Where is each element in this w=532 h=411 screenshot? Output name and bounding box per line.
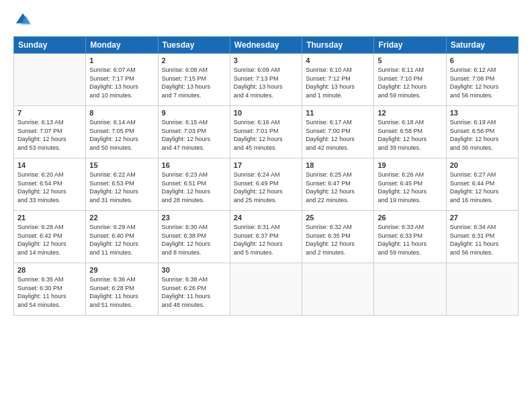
day-number: 26 <box>378 214 442 222</box>
day-info: Sunrise: 6:08 AM Sunset: 7:15 PM Dayligh… <box>162 66 226 99</box>
calendar-table: SundayMondayTuesdayWednesdayThursdayFrid… <box>13 36 519 316</box>
day-number: 24 <box>234 214 298 222</box>
day-number: 1 <box>89 56 154 64</box>
day-info: Sunrise: 6:36 AM Sunset: 6:28 PM Dayligh… <box>89 275 154 309</box>
day-number: 28 <box>17 266 82 274</box>
calendar-header-row: SundayMondayTuesdayWednesdayThursdayFrid… <box>14 37 519 54</box>
day-number: 14 <box>17 161 82 169</box>
day-number: 4 <box>306 56 370 64</box>
day-cell <box>14 54 86 106</box>
day-info: Sunrise: 6:32 AM Sunset: 6:35 PM Dayligh… <box>306 223 370 257</box>
day-info: Sunrise: 6:22 AM Sunset: 6:53 PM Dayligh… <box>89 171 154 204</box>
day-info: Sunrise: 6:17 AM Sunset: 7:00 PM Dayligh… <box>306 118 370 152</box>
col-header-friday: Friday <box>374 37 446 54</box>
day-cell: 11Sunrise: 6:17 AM Sunset: 7:00 PM Dayli… <box>302 106 374 158</box>
day-cell: 12Sunrise: 6:18 AM Sunset: 6:58 PM Dayli… <box>374 106 446 158</box>
day-cell <box>374 263 446 316</box>
day-cell: 8Sunrise: 6:14 AM Sunset: 7:05 PM Daylig… <box>86 106 158 158</box>
day-info: Sunrise: 6:15 AM Sunset: 7:03 PM Dayligh… <box>162 118 226 152</box>
day-info: Sunrise: 6:16 AM Sunset: 7:01 PM Dayligh… <box>234 118 298 152</box>
day-cell: 29Sunrise: 6:36 AM Sunset: 6:28 PM Dayli… <box>86 263 158 316</box>
day-cell: 10Sunrise: 6:16 AM Sunset: 7:01 PM Dayli… <box>230 106 302 158</box>
day-number: 21 <box>17 214 82 222</box>
day-number: 29 <box>89 266 154 274</box>
day-cell: 26Sunrise: 6:33 AM Sunset: 6:33 PM Dayli… <box>374 211 446 263</box>
day-cell: 15Sunrise: 6:22 AM Sunset: 6:53 PM Dayli… <box>86 158 158 211</box>
day-number: 17 <box>234 161 298 169</box>
day-cell <box>230 263 302 316</box>
day-cell: 3Sunrise: 6:09 AM Sunset: 7:13 PM Daylig… <box>230 54 302 106</box>
day-number: 10 <box>234 109 298 117</box>
week-row-5: 28Sunrise: 6:35 AM Sunset: 6:30 PM Dayli… <box>14 263 519 316</box>
header <box>13 11 519 30</box>
day-number: 30 <box>162 266 226 274</box>
day-info: Sunrise: 6:11 AM Sunset: 7:10 PM Dayligh… <box>378 66 442 99</box>
day-number: 16 <box>162 161 226 169</box>
page: SundayMondayTuesdayWednesdayThursdayFrid… <box>0 0 532 411</box>
col-header-thursday: Thursday <box>302 37 374 54</box>
day-info: Sunrise: 6:33 AM Sunset: 6:33 PM Dayligh… <box>378 223 442 257</box>
week-row-1: 1Sunrise: 6:07 AM Sunset: 7:17 PM Daylig… <box>14 54 519 106</box>
day-number: 7 <box>17 109 82 117</box>
day-cell: 14Sunrise: 6:20 AM Sunset: 6:54 PM Dayli… <box>14 158 86 211</box>
day-number: 8 <box>89 109 154 117</box>
day-info: Sunrise: 6:25 AM Sunset: 6:47 PM Dayligh… <box>306 171 370 204</box>
day-cell: 25Sunrise: 6:32 AM Sunset: 6:35 PM Dayli… <box>302 211 374 263</box>
day-info: Sunrise: 6:26 AM Sunset: 6:45 PM Dayligh… <box>378 171 442 204</box>
day-info: Sunrise: 6:09 AM Sunset: 7:13 PM Dayligh… <box>234 66 298 99</box>
day-cell: 24Sunrise: 6:31 AM Sunset: 6:37 PM Dayli… <box>230 211 302 263</box>
day-cell: 1Sunrise: 6:07 AM Sunset: 7:17 PM Daylig… <box>86 54 158 106</box>
day-number: 2 <box>162 56 226 64</box>
day-cell: 6Sunrise: 6:12 AM Sunset: 7:08 PM Daylig… <box>446 54 518 106</box>
logo <box>13 11 35 30</box>
day-number: 6 <box>450 56 515 64</box>
day-info: Sunrise: 6:27 AM Sunset: 6:44 PM Dayligh… <box>450 171 515 204</box>
day-info: Sunrise: 6:07 AM Sunset: 7:17 PM Dayligh… <box>89 66 154 99</box>
day-number: 23 <box>162 214 226 222</box>
day-info: Sunrise: 6:12 AM Sunset: 7:08 PM Dayligh… <box>450 66 515 99</box>
day-info: Sunrise: 6:23 AM Sunset: 6:51 PM Dayligh… <box>162 171 226 204</box>
day-cell: 4Sunrise: 6:10 AM Sunset: 7:12 PM Daylig… <box>302 54 374 106</box>
day-number: 11 <box>306 109 370 117</box>
day-cell: 2Sunrise: 6:08 AM Sunset: 7:15 PM Daylig… <box>158 54 230 106</box>
day-info: Sunrise: 6:31 AM Sunset: 6:37 PM Dayligh… <box>234 223 298 257</box>
day-info: Sunrise: 6:29 AM Sunset: 6:40 PM Dayligh… <box>89 223 154 257</box>
day-cell: 17Sunrise: 6:24 AM Sunset: 6:49 PM Dayli… <box>230 158 302 211</box>
day-info: Sunrise: 6:24 AM Sunset: 6:49 PM Dayligh… <box>234 171 298 204</box>
day-number: 13 <box>450 109 515 117</box>
day-cell: 23Sunrise: 6:30 AM Sunset: 6:38 PM Dayli… <box>158 211 230 263</box>
day-info: Sunrise: 6:38 AM Sunset: 6:26 PM Dayligh… <box>162 275 226 309</box>
day-info: Sunrise: 6:20 AM Sunset: 6:54 PM Dayligh… <box>17 171 82 204</box>
day-cell: 18Sunrise: 6:25 AM Sunset: 6:47 PM Dayli… <box>302 158 374 211</box>
day-info: Sunrise: 6:14 AM Sunset: 7:05 PM Dayligh… <box>89 118 154 152</box>
week-row-2: 7Sunrise: 6:13 AM Sunset: 7:07 PM Daylig… <box>14 106 519 158</box>
day-number: 20 <box>450 161 515 169</box>
day-info: Sunrise: 6:19 AM Sunset: 6:56 PM Dayligh… <box>450 118 515 152</box>
day-number: 22 <box>89 214 154 222</box>
day-info: Sunrise: 6:10 AM Sunset: 7:12 PM Dayligh… <box>306 66 370 99</box>
day-number: 15 <box>89 161 154 169</box>
day-info: Sunrise: 6:18 AM Sunset: 6:58 PM Dayligh… <box>378 118 442 152</box>
day-number: 25 <box>306 214 370 222</box>
day-cell: 7Sunrise: 6:13 AM Sunset: 7:07 PM Daylig… <box>14 106 86 158</box>
col-header-tuesday: Tuesday <box>158 37 230 54</box>
col-header-saturday: Saturday <box>446 37 518 54</box>
day-number: 3 <box>234 56 298 64</box>
day-cell: 9Sunrise: 6:15 AM Sunset: 7:03 PM Daylig… <box>158 106 230 158</box>
day-info: Sunrise: 6:35 AM Sunset: 6:30 PM Dayligh… <box>17 275 82 309</box>
day-cell: 30Sunrise: 6:38 AM Sunset: 6:26 PM Dayli… <box>158 263 230 316</box>
col-header-wednesday: Wednesday <box>230 37 302 54</box>
day-cell: 16Sunrise: 6:23 AM Sunset: 6:51 PM Dayli… <box>158 158 230 211</box>
logo-icon <box>13 11 32 30</box>
day-info: Sunrise: 6:28 AM Sunset: 6:42 PM Dayligh… <box>17 223 82 257</box>
day-cell <box>446 263 518 316</box>
day-cell: 20Sunrise: 6:27 AM Sunset: 6:44 PM Dayli… <box>446 158 518 211</box>
day-cell: 19Sunrise: 6:26 AM Sunset: 6:45 PM Dayli… <box>374 158 446 211</box>
day-info: Sunrise: 6:30 AM Sunset: 6:38 PM Dayligh… <box>162 223 226 257</box>
day-cell <box>302 263 374 316</box>
col-header-monday: Monday <box>86 37 158 54</box>
day-number: 9 <box>162 109 226 117</box>
week-row-3: 14Sunrise: 6:20 AM Sunset: 6:54 PM Dayli… <box>14 158 519 211</box>
col-header-sunday: Sunday <box>14 37 86 54</box>
day-cell: 21Sunrise: 6:28 AM Sunset: 6:42 PM Dayli… <box>14 211 86 263</box>
